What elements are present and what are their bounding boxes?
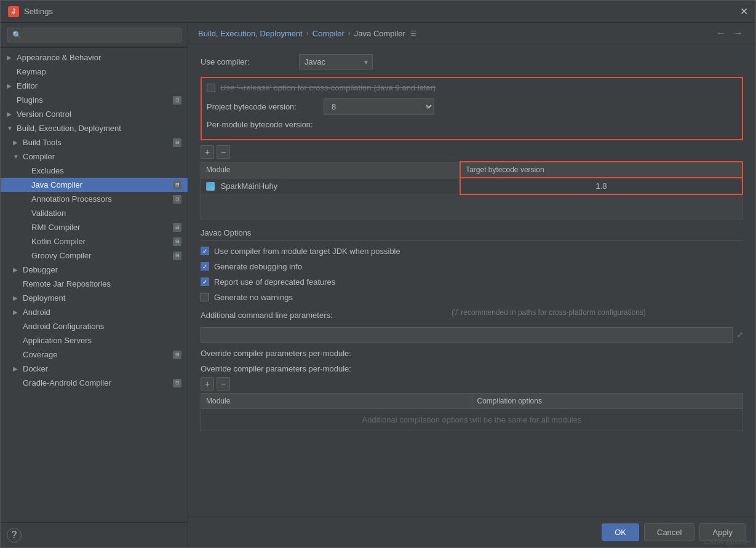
- sidebar-item-java-compiler[interactable]: Java Compiler ⊟: [1, 178, 188, 192]
- sidebar-item-keymap[interactable]: Keymap: [1, 65, 188, 79]
- help-button[interactable]: ?: [7, 528, 22, 542]
- settings-icon: ⊟: [173, 237, 181, 246]
- sidebar-item-android[interactable]: ▶ Android: [1, 305, 188, 319]
- spacer: [13, 351, 22, 358]
- sidebar-item-label: Appearance & Behavior: [17, 53, 181, 62]
- cross-compile-checkbox[interactable]: [207, 84, 215, 92]
- sidebar-item-kotlin-compiler[interactable]: Kotlin Compiler ⊟: [1, 234, 188, 248]
- remove-module-button[interactable]: −: [217, 145, 230, 159]
- sidebar-item-deployment[interactable]: ▶ Deployment: [1, 291, 188, 305]
- add-override-button[interactable]: +: [201, 377, 214, 391]
- report-deprecated-checkbox[interactable]: [201, 277, 209, 286]
- sidebar-item-label: Plugins: [17, 95, 173, 105]
- breadcrumb-part-2[interactable]: Compiler: [312, 29, 344, 38]
- arrow-icon: ▶: [7, 54, 15, 61]
- use-compiler-from-module-row: Use compiler from module target JDK when…: [201, 247, 743, 256]
- breadcrumb-sep-2: ›: [348, 29, 351, 38]
- sidebar-item-rmi-compiler[interactable]: RMI Compiler ⊟: [1, 220, 188, 234]
- sidebar-item-label: Deployment: [23, 293, 181, 303]
- sidebar-item-label: Debugger: [23, 265, 181, 274]
- expand-icon[interactable]: ⤢: [737, 330, 743, 339]
- breadcrumb-menu-button[interactable]: ☰: [410, 30, 416, 38]
- spacer: [22, 167, 30, 174]
- sidebar-item-version-control[interactable]: ▶ Version Control: [1, 107, 188, 121]
- sidebar-item-build-execution[interactable]: ▼ Build, Execution, Deployment: [1, 121, 188, 135]
- remove-override-button[interactable]: −: [217, 377, 230, 391]
- breadcrumb-part-1[interactable]: Build, Execution, Deployment: [198, 29, 303, 38]
- use-compiler-from-module-label: Use compiler from module target JDK when…: [214, 247, 400, 256]
- generate-debugging-checkbox[interactable]: [201, 262, 209, 271]
- generate-no-warnings-checkbox[interactable]: [201, 293, 209, 301]
- target-bytecode-col-header: Target bytecode version: [460, 162, 742, 178]
- close-button[interactable]: ✕: [740, 6, 748, 17]
- sidebar-item-build-tools[interactable]: ▶ Build Tools ⊟: [1, 135, 188, 149]
- spacer: [13, 280, 22, 287]
- settings-icon: ⊟: [173, 351, 181, 359]
- sidebar-item-label: Application Servers: [23, 336, 181, 345]
- sidebar-item-groovy-compiler[interactable]: Groovy Compiler ⊟: [1, 248, 188, 263]
- additional-params-input[interactable]: [201, 327, 733, 343]
- sidebar-item-validation[interactable]: Validation: [1, 206, 188, 220]
- additional-params-input-row: ⤢: [201, 327, 743, 343]
- compiler-select[interactable]: Javac Eclipse Ajc: [299, 54, 373, 69]
- generate-debugging-row: Generate debugging info: [201, 262, 743, 271]
- sidebar-item-plugins[interactable]: Plugins ⊟: [1, 93, 188, 107]
- sidebar-item-debugger[interactable]: ▶ Debugger: [1, 263, 188, 277]
- ok-button[interactable]: OK: [602, 523, 639, 541]
- watermark: CSDN @huhy~: [704, 538, 751, 546]
- module-col-header: Module: [201, 162, 461, 178]
- bytecode-version-label: Project bytecode version:: [207, 102, 317, 111]
- sidebar-item-label: Editor: [17, 81, 181, 90]
- sidebar-item-label: Remote Jar Repositories: [23, 279, 181, 288]
- spacer: [7, 97, 15, 103]
- arrow-icon: ▶: [13, 309, 22, 316]
- sidebar-item-gradle-android[interactable]: Gradle-Android Compiler ⊟: [1, 376, 188, 390]
- sidebar-item-annotation-processors[interactable]: Annotation Processors ⊟: [1, 192, 188, 206]
- sidebar-item-excludes[interactable]: Excludes: [1, 164, 188, 178]
- additional-params-hint: ('/' recommended in paths for cross-plat…: [354, 308, 743, 317]
- sidebar-item-label: Validation: [31, 208, 181, 218]
- use-compiler-row: Use compiler: Javac Eclipse Ajc: [201, 54, 743, 69]
- module-table: Module Target bytecode version SparkMain…: [201, 161, 743, 220]
- sidebar-item-coverage[interactable]: Coverage ⊟: [1, 347, 188, 362]
- add-module-button[interactable]: +: [201, 145, 214, 159]
- bytecode-version-select[interactable]: 891011: [324, 98, 434, 115]
- panel-content: Use compiler: Javac Eclipse Ajc: [188, 44, 755, 517]
- sidebar-item-appearance[interactable]: ▶ Appearance & Behavior: [1, 50, 188, 65]
- additional-params-row: Additional command line parameters: ('/'…: [201, 308, 743, 320]
- override-module-col-header: Module: [201, 393, 472, 408]
- nav-back-button[interactable]: ←: [714, 28, 728, 39]
- app-icon: J: [8, 6, 19, 17]
- window-title: Settings: [24, 7, 740, 16]
- sidebar-item-label: Build Tools: [23, 138, 173, 147]
- spacer: [13, 379, 22, 386]
- javac-section-title: Javac Options: [201, 228, 743, 240]
- use-compiler-label: Use compiler:: [201, 57, 293, 66]
- search-input[interactable]: [7, 28, 181, 42]
- override-table-toolbar: + −: [201, 377, 743, 391]
- cancel-button[interactable]: Cancel: [644, 523, 694, 541]
- sidebar-item-app-servers[interactable]: Application Servers: [1, 333, 188, 347]
- arrow-icon: ▶: [13, 365, 22, 372]
- use-compiler-from-module-checkbox[interactable]: [201, 247, 209, 255]
- generate-no-warnings-row: Generate no warnings: [201, 293, 743, 302]
- override-label: Override compiler parameters per-module:: [201, 349, 743, 358]
- nav-forward-button[interactable]: →: [731, 28, 746, 39]
- sidebar-item-label: Docker: [23, 364, 181, 373]
- arrow-icon: ▼: [13, 153, 22, 160]
- override-table: Module Compilation options Additional co…: [201, 393, 743, 431]
- settings-icon: ⊟: [173, 223, 181, 232]
- generate-no-warnings-label: Generate no warnings: [214, 293, 293, 302]
- sidebar-item-label: Coverage: [23, 350, 173, 359]
- sidebar-item-remote-jar[interactable]: Remote Jar Repositories: [1, 277, 188, 291]
- cross-compile-row: Use '--release' option for cross-compila…: [207, 83, 737, 92]
- sidebar-item-label: Keymap: [17, 67, 181, 76]
- sidebar-item-label: Compiler: [23, 152, 181, 161]
- arrow-icon: ▶: [13, 295, 22, 301]
- sidebar-item-docker[interactable]: ▶ Docker: [1, 362, 188, 376]
- sidebar-item-compiler[interactable]: ▼ Compiler: [1, 149, 188, 164]
- cross-compile-label: Use '--release' option for cross-compila…: [220, 83, 436, 92]
- sidebar-item-editor[interactable]: ▶ Editor: [1, 79, 188, 93]
- sidebar-item-android-configs[interactable]: Android Configurations: [1, 319, 188, 333]
- nav-arrows: ← →: [714, 28, 746, 39]
